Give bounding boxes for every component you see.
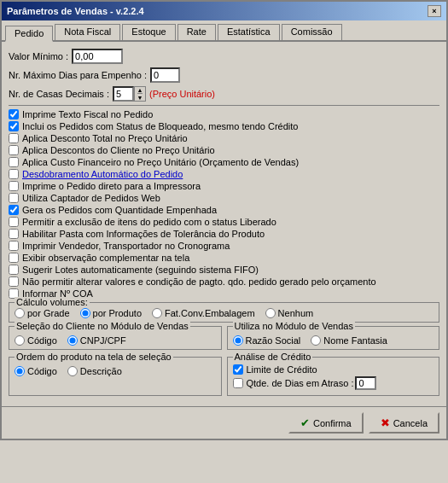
checkbox-label-3: Aplica Desconto Total no Preço Unitário bbox=[22, 133, 188, 143]
checkbox-label-9: Gera os Pedidos com Quantidade Empenhada bbox=[22, 205, 217, 215]
bottom-bar: ✔ Confirma ✖ Cancela bbox=[2, 406, 446, 439]
ac-dias-checkbox[interactable] bbox=[233, 378, 243, 388]
checkbox-label-2: Inclui os Pedidos com Status de Bloquead… bbox=[22, 121, 298, 131]
cv-produto-label: por Produto bbox=[93, 308, 142, 318]
button-row: ✔ Confirma ✖ Cancela bbox=[2, 407, 446, 439]
checkbox-row-4: Aplica Descontos do Cliente no Preço Uni… bbox=[9, 145, 439, 155]
two-col-row-2: Ordem do produto na tela de seleção Códi… bbox=[9, 357, 439, 399]
sc-codigo-radio[interactable] bbox=[15, 335, 25, 346]
op-codigo-radio[interactable] bbox=[15, 366, 25, 376]
selecao-cliente-group: Seleção do Cliente no Módulo de Vendas C… bbox=[9, 326, 222, 350]
checkbox-15[interactable] bbox=[9, 276, 19, 287]
checkbox-row-3: Aplica Desconto Total no Preço Unitário bbox=[9, 133, 439, 143]
checkbox-4[interactable] bbox=[9, 145, 19, 155]
ac-dias-input[interactable] bbox=[355, 376, 376, 390]
cv-grade-radio[interactable] bbox=[15, 308, 25, 318]
ac-limite-checkbox[interactable] bbox=[233, 364, 243, 375]
cv-embalagem-label: Fat.Conv.Embalagem bbox=[165, 308, 255, 318]
ordem-produto-options: Código Descrição bbox=[15, 366, 216, 376]
sc-cnpj-label: CNPJ/CPF bbox=[80, 335, 126, 346]
checkbox-row-8: Utiliza Captador de Pedidos Web bbox=[9, 193, 439, 203]
checkbox-label-11: Habilitar Pasta com Informações de Toler… bbox=[22, 229, 265, 239]
ac-limite-label: Limite de Crédito bbox=[247, 364, 317, 375]
cancel-button[interactable]: ✖ Cancela bbox=[369, 412, 439, 434]
checkbox-7[interactable] bbox=[9, 181, 19, 191]
calculo-volumes-legend: Cálculo volumes: bbox=[15, 297, 90, 307]
checkbox-5[interactable] bbox=[9, 157, 19, 167]
checkbox-1[interactable] bbox=[9, 109, 19, 119]
um-fantasia-label: Nome Fantasia bbox=[323, 335, 387, 346]
sc-codigo-label: Código bbox=[27, 335, 57, 346]
checkbox-8[interactable] bbox=[9, 193, 19, 203]
calculo-volumes-options: por Grade por Produto Fat.Conv.Embalagem… bbox=[15, 308, 433, 318]
tab-nota-fiscal[interactable]: Nota Fiscal bbox=[55, 24, 120, 40]
checkbox-11[interactable] bbox=[9, 229, 19, 239]
checkbox-12[interactable] bbox=[9, 241, 19, 251]
main-window: Parâmetros de Vendas - v.2.2.4 × Pedido … bbox=[0, 0, 448, 440]
calculo-volumes-group: Cálculo volumes: por Grade por Produto F… bbox=[9, 302, 439, 323]
op-codigo-label: Código bbox=[27, 366, 57, 376]
checkbox-label-5: Aplica Custo Financeiro no Preço Unitári… bbox=[22, 157, 299, 167]
checkbox-row-9: Gera os Pedidos com Quantidade Empenhada bbox=[9, 205, 439, 215]
nr-maximo-row: Nr. Máximo Dias para Empenho : bbox=[9, 67, 439, 83]
utiliza-modulo-options: Razão Social Nome Fantasia bbox=[233, 335, 434, 346]
close-button[interactable]: × bbox=[428, 5, 441, 17]
checkbox-row-6: Desdobramento Automático do Pedido bbox=[9, 169, 439, 179]
checkbox-label-15: Não permitir alterar valores e condição … bbox=[22, 276, 376, 287]
um-fantasia-radio[interactable] bbox=[311, 335, 321, 346]
checkbox-label-7: Imprime o Pedido direto para a Impressor… bbox=[22, 181, 201, 191]
op-descricao-radio[interactable] bbox=[67, 366, 78, 376]
cv-nenhum-radio[interactable] bbox=[265, 308, 276, 318]
cv-embalagem-radio[interactable] bbox=[152, 308, 162, 318]
checkbox-label-14: Sugerir Lotes automaticamente (seguindo … bbox=[22, 265, 259, 275]
cv-produto-radio[interactable] bbox=[80, 308, 90, 318]
checkbox-row-5: Aplica Custo Financeiro no Preço Unitári… bbox=[9, 157, 439, 167]
x-icon: ✖ bbox=[381, 416, 390, 429]
cv-embalagem-item: Fat.Conv.Embalagem bbox=[152, 308, 255, 318]
tab-pedido[interactable]: Pedido bbox=[5, 26, 53, 42]
checkbox-label-12: Imprimir Vendedor, Transportador no Cron… bbox=[22, 241, 230, 251]
nr-casas-input[interactable] bbox=[113, 86, 134, 102]
checkbox-14[interactable] bbox=[9, 265, 19, 275]
valor-minimo-input[interactable] bbox=[72, 49, 123, 64]
ordem-produto-legend: Ordem do produto na tela de seleção bbox=[15, 352, 173, 362]
sc-cnpj-radio[interactable] bbox=[67, 335, 78, 346]
checkbox-6[interactable] bbox=[9, 169, 19, 179]
tab-estatistica[interactable]: Estatística bbox=[218, 24, 280, 40]
nr-maximo-label: Nr. Máximo Dias para Empenho : bbox=[9, 70, 147, 80]
tab-rate[interactable]: Rate bbox=[177, 24, 216, 40]
nr-maximo-input[interactable] bbox=[150, 67, 180, 83]
content-area: Valor Mínimo : Nr. Máximo Dias para Empe… bbox=[2, 42, 446, 406]
tab-estoque[interactable]: Estoque bbox=[122, 24, 175, 40]
divider-1 bbox=[9, 105, 439, 106]
checkbox-label-10: Permitir a exclusão de itens do pedido c… bbox=[22, 217, 276, 227]
cv-produto-item: por Produto bbox=[80, 308, 142, 318]
checkbox-row-11: Habilitar Pasta com Informações de Toler… bbox=[9, 229, 439, 239]
checkbox-row-13: Exibir observação complementar na tela bbox=[9, 253, 439, 263]
checkbox-9[interactable] bbox=[9, 205, 19, 215]
checkbox-2[interactable] bbox=[9, 121, 19, 131]
cancel-label: Cancela bbox=[393, 418, 428, 428]
op-descricao-label: Descrição bbox=[80, 366, 122, 376]
checkbox-row-7: Imprime o Pedido direto para a Impressor… bbox=[9, 181, 439, 191]
tab-comissao[interactable]: Comissão bbox=[282, 24, 342, 40]
analise-credito-group: Análise de Crédito Limite de Crédito Qtd… bbox=[227, 357, 440, 396]
confirm-button[interactable]: ✔ Confirma bbox=[288, 412, 364, 434]
op-codigo-item: Código bbox=[15, 366, 57, 376]
checkbox-13[interactable] bbox=[9, 253, 19, 263]
sc-codigo-item: Código bbox=[15, 335, 57, 346]
checkbox-3[interactable] bbox=[9, 133, 19, 143]
checkbox-label-13: Exibir observação complementar na tela bbox=[22, 253, 189, 263]
ordem-produto-group: Ordem do produto na tela de seleção Códi… bbox=[9, 357, 222, 396]
two-col-row-1: Seleção do Cliente no Módulo de Vendas C… bbox=[9, 326, 439, 353]
checkbox-row-12: Imprimir Vendedor, Transportador no Cron… bbox=[9, 241, 439, 251]
checkbox-10[interactable] bbox=[9, 217, 19, 227]
ac-dias-row: Qtde. de Dias em Atraso : bbox=[233, 376, 434, 390]
um-razao-radio[interactable] bbox=[233, 335, 243, 346]
cv-grade-item: por Grade bbox=[15, 308, 70, 318]
nr-casas-label: Nr. de Casas Decimais : bbox=[9, 89, 109, 99]
confirm-label: Confirma bbox=[313, 418, 352, 428]
analise-credito-legend: Análise de Crédito bbox=[233, 352, 313, 362]
checkbox-label-8: Utiliza Captador de Pedidos Web bbox=[22, 193, 160, 203]
spinner-up[interactable]: ▲ ▼ bbox=[134, 86, 146, 102]
